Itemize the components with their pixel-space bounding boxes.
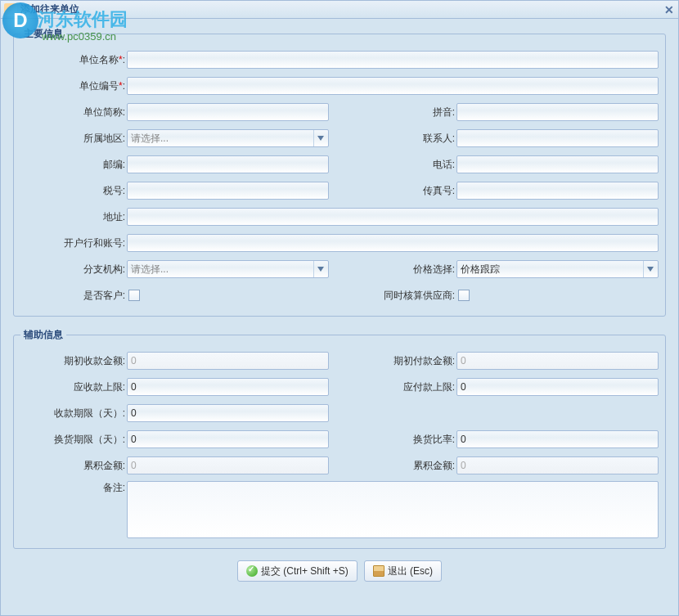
dialog-title: 添加往来单位 xyxy=(20,2,79,16)
label-price-select: 价格选择: xyxy=(358,263,456,277)
label-receive-days: 收款期限（天）: xyxy=(20,407,127,420)
chevron-down-icon xyxy=(313,261,327,277)
label-pinyin: 拼音: xyxy=(358,106,456,119)
branch-select-text: 请选择... xyxy=(131,263,169,277)
legend-aux: 辅助信息 xyxy=(20,328,66,342)
unit-code-input[interactable] xyxy=(127,77,659,95)
label-contact: 联系人: xyxy=(358,132,456,146)
close-icon: ✕ xyxy=(664,3,674,16)
branch-select[interactable]: 请选择... xyxy=(127,260,329,278)
button-bar: 提交 (Ctrl+ Shift +S) 退出 (Esc) xyxy=(13,560,666,582)
fax-input[interactable] xyxy=(456,182,659,200)
label-is-customer: 是否客户: xyxy=(20,289,127,303)
remark-textarea[interactable] xyxy=(127,481,659,538)
label-unit-name: 单位名称*: xyxy=(20,53,127,67)
dialog-window: 添加往来单位 ✕ D 河东软件园 www.pc0359.cn 主要信息 单位名称… xyxy=(0,0,679,616)
bank-input[interactable] xyxy=(127,234,659,252)
contact-input[interactable] xyxy=(456,129,659,147)
label-receive-limit: 应收款上限: xyxy=(20,380,127,394)
label-region: 所属地区: xyxy=(20,132,127,146)
exit-button[interactable]: 退出 (Esc) xyxy=(364,560,442,582)
chevron-down-icon xyxy=(643,261,657,277)
postcode-input[interactable] xyxy=(127,155,329,173)
address-input[interactable] xyxy=(127,208,659,226)
dialog-body: 主要信息 单位名称*: 单位编号*: 单位简称: 拼音: xyxy=(1,19,678,590)
label-address: 地址: xyxy=(20,210,127,224)
exit-icon xyxy=(373,565,384,577)
label-remark: 备注: xyxy=(20,481,127,495)
legend-main: 主要信息 xyxy=(20,27,66,41)
dialog-icon xyxy=(4,3,17,16)
label-tax: 税号: xyxy=(20,184,127,198)
label-exchange-days: 换货期限（天）: xyxy=(20,433,127,447)
label-also-supplier: 同时核算供应商: xyxy=(211,289,456,303)
label-bank: 开户行和账号: xyxy=(20,236,127,250)
receive-limit-input[interactable] xyxy=(127,378,329,396)
close-button[interactable]: ✕ xyxy=(662,2,677,17)
label-exchange-ratio: 换货比率: xyxy=(358,433,456,447)
label-unit-code: 单位编号*: xyxy=(20,79,127,93)
label-phone: 电话: xyxy=(358,158,456,172)
receive-days-input[interactable] xyxy=(127,404,329,422)
chevron-down-icon xyxy=(313,130,327,146)
price-select[interactable]: 价格跟踪 xyxy=(456,260,659,278)
fieldset-aux: 辅助信息 期初收款金额: 期初付款金额: 应收款上限: 应付款上限: 收款期限（… xyxy=(13,328,666,549)
submit-icon xyxy=(246,565,258,577)
init-pay-input xyxy=(456,352,659,370)
pinyin-input[interactable] xyxy=(456,103,659,121)
label-branch: 分支机构: xyxy=(20,263,127,277)
region-select[interactable]: 请选择... xyxy=(127,129,329,147)
phone-input[interactable] xyxy=(456,155,659,173)
exchange-ratio-input[interactable] xyxy=(456,430,659,448)
label-postcode: 邮编: xyxy=(20,158,127,172)
exit-label: 退出 (Esc) xyxy=(388,564,433,578)
price-select-text: 价格跟踪 xyxy=(461,263,500,277)
accum-l-input xyxy=(127,456,329,474)
titlebar: 添加往来单位 ✕ xyxy=(1,1,678,19)
is-customer-checkbox[interactable] xyxy=(128,290,140,301)
tax-input[interactable] xyxy=(127,182,329,200)
label-init-pay: 期初付款金额: xyxy=(358,354,456,368)
submit-label: 提交 (Ctrl+ Shift +S) xyxy=(261,564,348,578)
label-accum-l: 累积金额: xyxy=(20,459,127,473)
region-select-text: 请选择... xyxy=(131,132,169,146)
label-short-name: 单位简称: xyxy=(20,106,127,119)
fieldset-main: 主要信息 单位名称*: 单位编号*: 单位简称: 拼音: xyxy=(13,27,666,317)
label-accum-r: 累积金额: xyxy=(358,459,456,473)
pay-limit-input[interactable] xyxy=(456,378,659,396)
exchange-days-input[interactable] xyxy=(127,430,329,448)
also-supplier-checkbox[interactable] xyxy=(458,290,470,301)
accum-r-input xyxy=(456,456,659,474)
short-name-input[interactable] xyxy=(127,103,329,121)
label-init-receive: 期初收款金额: xyxy=(20,354,127,368)
submit-button[interactable]: 提交 (Ctrl+ Shift +S) xyxy=(237,560,357,582)
init-receive-input xyxy=(127,352,329,370)
unit-name-input[interactable] xyxy=(127,51,659,69)
label-fax: 传真号: xyxy=(358,184,456,198)
label-pay-limit: 应付款上限: xyxy=(358,380,456,394)
